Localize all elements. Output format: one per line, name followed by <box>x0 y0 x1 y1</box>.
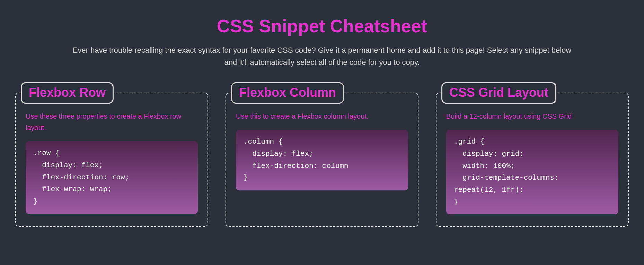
snippet-card-desc: Use this to create a Flexbox column layo… <box>236 111 408 122</box>
page-title: CSS Snippet Cheatsheet <box>69 16 575 36</box>
snippet-card-title: Flexbox Row <box>21 82 114 104</box>
snippet-cards-row: Flexbox Row Use these three properties t… <box>0 79 644 227</box>
snippet-card-title: CSS Grid Layout <box>441 82 556 104</box>
snippet-card-desc: Use these three properties to create a F… <box>26 111 198 134</box>
snippet-card-css-grid-layout: CSS Grid Layout Build a 12-column layout… <box>436 93 629 227</box>
snippet-code-block[interactable]: .grid { display: grid; width: 100%; grid… <box>446 130 618 214</box>
page-header: CSS Snippet Cheatsheet Ever have trouble… <box>0 0 644 79</box>
snippet-card-flexbox-row: Flexbox Row Use these three properties t… <box>15 93 208 227</box>
snippet-card-desc: Build a 12-column layout using CSS Grid <box>446 111 618 122</box>
snippet-code-block[interactable]: .column { display: flex; flex-direction:… <box>236 130 408 190</box>
page-subtitle: Ever have trouble recalling the exact sy… <box>69 44 575 68</box>
snippet-card-title: Flexbox Column <box>231 82 344 104</box>
snippet-code-block[interactable]: .row { display: flex; flex-direction: ro… <box>26 141 198 214</box>
snippet-card-flexbox-column: Flexbox Column Use this to create a Flex… <box>226 93 418 227</box>
